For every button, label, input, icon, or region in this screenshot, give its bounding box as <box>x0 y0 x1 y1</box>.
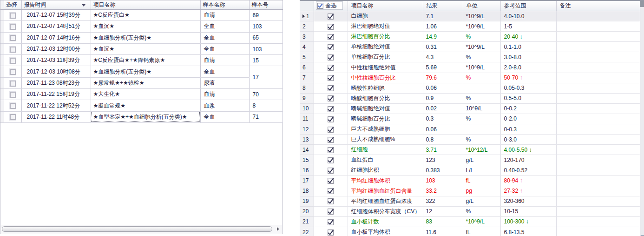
row-checkbox[interactable] <box>328 137 334 143</box>
result-unit: % <box>463 73 500 83</box>
column-header-sample-name[interactable]: 样本名称 <box>200 0 249 10</box>
row-checkbox[interactable] <box>10 24 16 30</box>
vertical-scrollbar[interactable] <box>640 1 644 235</box>
row-checkbox[interactable] <box>328 178 334 184</box>
report-row[interactable]: 2017-11-23 08时23分★尿常规★+★镜检★尿液 <box>0 77 283 88</box>
report-row[interactable]: 2017-11-22 11时48分★血型鉴定★+★血细胞分析(五分类)★全血71 <box>0 111 283 122</box>
report-row[interactable]: 2017-12-03 11时39分★C反应蛋白★+★降钙素原★血清15 <box>0 55 283 66</box>
row-checkbox[interactable] <box>328 209 334 215</box>
report-row[interactable]: 2017-12-07 14时51分★血沉★全血103 <box>0 21 283 32</box>
row-checkbox[interactable] <box>10 92 16 98</box>
result-item-name: 血红蛋白 <box>348 155 423 165</box>
result-row[interactable]: 2淋巴细胞绝对值1.06*10^9/L1-5 <box>300 21 640 32</box>
row-checkbox[interactable] <box>328 54 334 61</box>
result-unit: *10^9/L <box>463 11 500 21</box>
report-row[interactable]: 2017-12-07 15时39分★C反应蛋白★血清69 <box>0 10 283 21</box>
row-checkbox[interactable] <box>10 13 16 19</box>
result-unit: pg <box>463 186 500 196</box>
result-row[interactable]: 1白细胞7.1*10^9/L4.0-10.0 <box>300 11 640 21</box>
result-row[interactable]: 6中性粒细胞绝对值5.69*10^9/L2.0-8.0 <box>300 62 640 73</box>
row-checkbox[interactable] <box>10 69 16 75</box>
row-checkbox[interactable] <box>10 58 16 64</box>
row-checkbox[interactable] <box>10 35 16 41</box>
result-row[interactable]: 8嗜酸性粒细胞0.060.05-0.3 <box>300 83 640 93</box>
result-row[interactable]: 20红细胞体积分布宽度（CV）12%10-15 <box>300 206 640 216</box>
remark <box>556 135 640 145</box>
row-checkbox[interactable] <box>328 168 334 174</box>
row-checkbox[interactable] <box>10 81 16 87</box>
reference-range: 0-0.2 <box>500 103 556 114</box>
result-row[interactable]: 13巨大不成熟细胞%0.8%0-3.0 <box>300 135 640 145</box>
result-row[interactable]: 9嗜酸细胞百分比0.9%0.5-5.0 <box>300 93 640 103</box>
result-row[interactable]: 14红细胞3.71*10^12/L4.00-5.50 ↓ <box>300 145 640 155</box>
column-header-sample-no[interactable]: 样本号 <box>249 0 283 10</box>
row-checkbox[interactable] <box>328 24 334 30</box>
column-header-report-time[interactable]: 报告时间 <box>21 0 91 10</box>
result-row[interactable]: 4单核细胞绝对值0.31*10^9/L0.1-1.0 <box>300 42 640 52</box>
horizontal-scrollbar[interactable] <box>1 225 282 233</box>
report-row[interactable]: 2017-11-22 15时19分★大生化★血清70 <box>0 89 283 100</box>
column-header-select[interactable]: 选择 <box>4 0 21 10</box>
report-time: 2017-12-07 14时16分 <box>21 32 91 43</box>
report-row[interactable]: 2017-11-22 12时52分★凝血常规★血浆8 <box>0 100 283 111</box>
row-select-cell <box>314 227 348 236</box>
row-checkbox[interactable] <box>328 44 334 50</box>
row-checkbox[interactable] <box>328 147 334 153</box>
result-row[interactable]: 21血小板计数83*10^9/L100-300 ↓ <box>300 216 640 227</box>
column-header-unit[interactable]: 单位 <box>463 1 500 11</box>
row-checkbox[interactable] <box>10 47 16 53</box>
row-select-cell <box>314 206 348 216</box>
row-checkbox[interactable] <box>328 95 334 101</box>
result-row[interactable]: 5单核细胞百分比4.3%3.0-8.0 <box>300 52 640 62</box>
scroll-right-button[interactable] <box>275 226 282 232</box>
result-row[interactable]: 3淋巴细胞百分比14.9%20-40 ↓ <box>300 32 640 42</box>
result-row[interactable]: 10嗜碱细胞绝对值0.0210^9/L0-0.2 <box>300 103 640 114</box>
column-header-remark[interactable]: 备注 <box>556 1 640 11</box>
result-row[interactable]: 11嗜碱细胞百分比0.3%0-2.0 <box>300 114 640 124</box>
row-checkbox[interactable] <box>328 157 334 163</box>
row-checkbox[interactable] <box>328 75 334 81</box>
result-value: 123 <box>423 155 463 165</box>
report-row[interactable]: 2017-12-07 14时16分★血细胞分析(五分类)★全血65 <box>0 32 283 43</box>
result-row[interactable]: 15血红蛋白123g/L120-170 <box>300 155 640 165</box>
row-checkbox[interactable] <box>10 103 16 109</box>
result-row[interactable]: 22血小板平均体积11.6fL6.8-13.5 <box>300 227 640 236</box>
result-row[interactable]: 16红细胞比积0.383L/L0.40-0.52 <box>300 165 640 175</box>
row-number: 19 <box>300 196 314 206</box>
row-select-cell <box>4 10 21 21</box>
column-header-range[interactable]: 参考范围 <box>500 1 556 11</box>
row-checkbox[interactable] <box>328 116 334 122</box>
report-row[interactable]: 2017-12-03 10时08分★血细胞分析(五分类)★全血17 <box>0 66 283 77</box>
remark <box>556 11 640 21</box>
select-all-checkbox[interactable] <box>317 3 323 9</box>
row-select-cell <box>4 100 21 111</box>
result-row[interactable]: 18平均红细胞血红蛋白含量33.2pg27-32 ↑ <box>300 186 640 196</box>
row-checkbox[interactable] <box>328 65 334 71</box>
row-checkbox[interactable] <box>328 198 334 204</box>
report-table-header: 选择 报告时间 项目名称 样本名称 样本号 <box>0 0 283 10</box>
row-checkbox[interactable] <box>328 127 334 133</box>
result-value: 14.9 <box>423 32 463 42</box>
row-checkbox[interactable] <box>328 85 334 91</box>
result-row[interactable]: 7中性粒细胞百分比79.6%50-70 ↑ <box>300 73 640 83</box>
reference-range: 0-3.0 <box>500 135 556 145</box>
result-unit: g/L <box>463 155 500 165</box>
row-checkbox[interactable] <box>10 114 16 120</box>
row-checkbox[interactable] <box>328 106 334 112</box>
result-row[interactable]: 12巨大不成熟细胞0.060-0.3 <box>300 124 640 135</box>
result-row[interactable]: 19平均红细胞血红蛋白浓度322g/L320-360 <box>300 196 640 206</box>
row-number: 5 <box>300 52 314 62</box>
row-checkbox[interactable] <box>328 229 334 236</box>
row-checkbox[interactable] <box>328 188 334 194</box>
row-checkbox[interactable] <box>328 13 334 20</box>
column-header-item-name[interactable]: 项目名称 <box>348 1 423 11</box>
scrollbar-thumb[interactable] <box>2 226 272 232</box>
column-header-item-name[interactable]: 项目名称 <box>91 0 200 10</box>
result-row[interactable]: 17平均红细胞体积103fL80-94 ↑ <box>300 175 640 186</box>
column-header-result[interactable]: 结果 <box>423 1 463 11</box>
row-checkbox[interactable] <box>328 34 334 40</box>
row-checkbox[interactable] <box>328 219 334 225</box>
result-unit: *10^9/L <box>463 21 500 32</box>
report-row[interactable]: 2017-12-03 12时00分★血沉★全血103 <box>0 43 283 54</box>
row-select-cell <box>314 145 348 155</box>
